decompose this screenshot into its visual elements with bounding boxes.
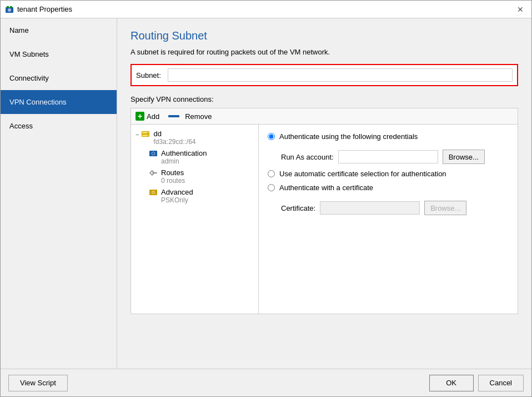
footer-right: OK Cancel <box>429 375 524 391</box>
subnet-row: Subnet: <box>131 64 518 86</box>
auth-option2-row: Use automatic certificate selection for … <box>268 170 509 178</box>
subnet-label: Subnet: <box>136 71 161 80</box>
sidebar: Name VM Subnets Connectivity VPN Connect… <box>1 18 117 369</box>
routes-name: Routes <box>161 168 185 177</box>
tree-item-routes[interactable]: Routes 0 routes <box>131 167 258 186</box>
browse-button-1[interactable]: Browse... <box>443 150 485 164</box>
plus-icon: + <box>135 112 144 121</box>
window-icon <box>5 5 14 14</box>
browse-button-2[interactable]: Browse... <box>424 201 466 215</box>
auth-radio-group: Authenticate using the following credent… <box>268 132 509 215</box>
svg-point-16 <box>153 192 154 193</box>
dd-name: dd <box>153 130 195 138</box>
remove-button[interactable]: Remove <box>168 112 212 121</box>
svg-rect-11 <box>152 152 154 155</box>
auth-option3-row: Authenticate with a certificate <box>268 183 509 192</box>
view-script-button[interactable]: View Script <box>8 375 68 391</box>
sidebar-item-vm-subnets[interactable]: VM Subnets <box>1 42 117 66</box>
svg-rect-2 <box>10 6 12 8</box>
sidebar-item-access[interactable]: Access <box>1 114 117 138</box>
auth-content: Authentication admin <box>161 149 207 165</box>
vpn-panel: + Add Remove − <box>131 108 518 314</box>
routes-icon <box>149 168 158 177</box>
auth-option1-row: Authenticate using the following credent… <box>268 132 509 141</box>
svg-point-3 <box>8 8 11 12</box>
sidebar-item-vpn-connections[interactable]: VPN Connections <box>1 90 117 114</box>
remove-label: Remove <box>185 112 212 121</box>
tree-item-advanced[interactable]: Advanced PSKOnly <box>131 186 258 206</box>
advanced-name: Advanced <box>161 188 193 196</box>
svg-point-7 <box>147 132 148 133</box>
dd-sub: fd3a:29cd::/64 <box>153 138 195 146</box>
footer: View Script OK Cancel <box>1 369 531 396</box>
cert-input[interactable] <box>320 201 420 215</box>
advanced-content: Advanced PSKOnly <box>161 188 193 204</box>
routes-content: Routes 0 routes <box>161 168 185 185</box>
cert-row: Certificate: Browse... <box>281 201 509 215</box>
remove-line-icon <box>168 115 179 117</box>
vpn-toolbar: + Add Remove <box>131 108 518 125</box>
close-button[interactable]: ✕ <box>514 3 527 16</box>
collapse-icon: − <box>135 130 139 140</box>
auth-option1-radio[interactable] <box>268 133 275 140</box>
advanced-sub: PSKOnly <box>161 196 193 204</box>
auth-option3-radio[interactable] <box>268 184 275 191</box>
ok-button[interactable]: OK <box>429 375 474 391</box>
tree-item-authentication[interactable]: Authentication admin <box>131 147 258 167</box>
run-as-label: Run As account: <box>281 153 334 161</box>
auth-option3-label: Authenticate with a certificate <box>279 183 373 192</box>
main-content: Name VM Subnets Connectivity VPN Connect… <box>1 18 531 369</box>
title-bar: tenant Properties ✕ <box>1 1 531 18</box>
dd-content: dd fd3a:29cd::/64 <box>153 130 195 146</box>
run-as-row: Run As account: Browse... <box>281 150 509 164</box>
vpn-body: − <box>131 125 518 314</box>
advanced-icon <box>149 188 158 197</box>
auth-option2-label: Use automatic certificate selection for … <box>279 170 446 178</box>
title-bar-left: tenant Properties <box>5 5 72 14</box>
auth-icon <box>149 149 158 158</box>
page-title: Routing Subnet <box>131 29 518 42</box>
svg-rect-1 <box>7 6 9 8</box>
subnet-input[interactable] <box>168 68 513 82</box>
content-area: Routing Subnet A subnet is required for … <box>117 18 531 369</box>
vpn-section-label: Specify VPN connections: <box>131 95 518 103</box>
run-as-input[interactable] <box>338 150 438 163</box>
routes-sub: 0 routes <box>161 177 185 185</box>
add-button[interactable]: + Add <box>135 112 159 121</box>
auth-option1-label: Authenticate using the following credent… <box>279 132 418 141</box>
footer-left: View Script <box>8 375 68 391</box>
main-window: tenant Properties ✕ Name VM Subnets Conn… <box>0 0 532 397</box>
vpn-tree: − <box>131 125 259 314</box>
svg-marker-13 <box>156 172 157 174</box>
vpn-node-icon <box>141 130 150 138</box>
auth-sub: admin <box>161 157 207 165</box>
sidebar-item-name[interactable]: Name <box>1 18 117 42</box>
add-label: Add <box>147 112 159 121</box>
svg-point-8 <box>147 135 148 136</box>
window-title: tenant Properties <box>17 5 72 13</box>
tree-item-dd[interactable]: − <box>131 128 258 147</box>
auth-option2-radio[interactable] <box>268 170 275 177</box>
sidebar-item-connectivity[interactable]: Connectivity <box>1 66 117 90</box>
cancel-button[interactable]: Cancel <box>478 375 524 391</box>
page-description: A subnet is required for routing packets… <box>131 48 518 56</box>
auth-name: Authentication <box>161 149 207 157</box>
cert-label: Certificate: <box>281 204 315 212</box>
vpn-detail: Authenticate using the following credent… <box>259 125 518 314</box>
